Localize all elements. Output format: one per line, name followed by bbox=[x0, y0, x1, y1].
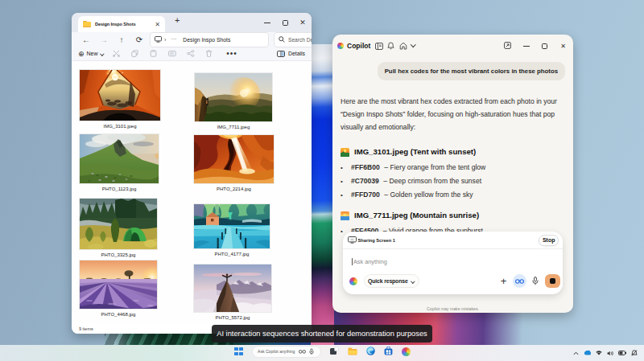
svg-text:ab: ab bbox=[170, 51, 175, 55]
